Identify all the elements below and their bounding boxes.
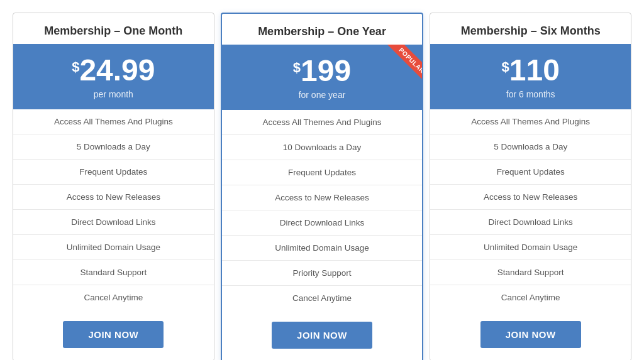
feature-item: Access All Themes And Plugins	[430, 109, 631, 134]
plan-price-one-year: $199	[228, 56, 416, 86]
feature-item: Unlimited Domain Usage	[430, 235, 631, 260]
plan-footer-one-month: JOIN NOW	[13, 310, 214, 360]
plan-header-one-month: $24.99per month	[13, 44, 214, 109]
feature-item: Priority Support	[222, 261, 423, 286]
feature-item: Cancel Anytime	[13, 285, 214, 310]
plan-period-one-month: per month	[19, 89, 208, 99]
plan-title-one-year: Membership – One Year	[222, 14, 423, 45]
feature-item: Frequent Updates	[222, 160, 423, 185]
feature-item: Frequent Updates	[13, 160, 214, 185]
plan-header-one-year: POPULAR$199for one year	[222, 45, 423, 110]
feature-item: Direct Download Links	[13, 210, 214, 235]
plan-features-one-year: Access All Themes And Plugins10 Download…	[222, 110, 423, 310]
feature-item: Cancel Anytime	[222, 286, 423, 310]
feature-item: Access to New Releases	[13, 185, 214, 210]
feature-item: Direct Download Links	[222, 210, 423, 236]
join-button-one-year[interactable]: JOIN NOW	[272, 322, 372, 349]
feature-item: Unlimited Domain Usage	[13, 235, 214, 260]
pricing-wrapper: Membership – One Month$24.99per monthAcc…	[13, 13, 631, 360]
feature-item: Unlimited Domain Usage	[222, 236, 423, 261]
plan-header-six-months: $110for 6 months	[430, 44, 631, 109]
join-button-one-month[interactable]: JOIN NOW	[63, 321, 164, 348]
plan-price-six-months: $110	[436, 55, 625, 85]
plan-features-six-months: Access All Themes And Plugins5 Downloads…	[430, 109, 631, 310]
feature-item: Access All Themes And Plugins	[13, 109, 214, 134]
plan-period-one-year: for one year	[228, 90, 416, 100]
plan-period-six-months: for 6 months	[436, 89, 625, 99]
plan-card-one-month: Membership – One Month$24.99per monthAcc…	[13, 13, 214, 360]
feature-item: Access to New Releases	[430, 185, 631, 210]
feature-item: Standard Support	[13, 260, 214, 285]
feature-item: Cancel Anytime	[430, 285, 631, 310]
feature-item: Standard Support	[430, 260, 631, 285]
plan-features-one-month: Access All Themes And Plugins5 Downloads…	[13, 109, 214, 310]
plan-footer-one-year: JOIN NOW	[222, 310, 423, 360]
plan-footer-six-months: JOIN NOW	[430, 310, 631, 360]
join-button-six-months[interactable]: JOIN NOW	[480, 321, 581, 348]
feature-item: 5 Downloads a Day	[13, 134, 214, 160]
plan-price-one-month: $24.99	[19, 55, 208, 85]
feature-item: Access All Themes And Plugins	[222, 110, 423, 135]
plan-card-six-months: Membership – Six Months$110for 6 monthsA…	[430, 13, 631, 360]
feature-item: 5 Downloads a Day	[430, 134, 631, 160]
plan-title-one-month: Membership – One Month	[13, 13, 214, 44]
plan-card-one-year: Membership – One YearPOPULAR$199for one …	[221, 13, 424, 360]
feature-item: 10 Downloads a Day	[222, 135, 423, 160]
feature-item: Access to New Releases	[222, 185, 423, 210]
plan-title-six-months: Membership – Six Months	[430, 13, 631, 44]
feature-item: Frequent Updates	[430, 160, 631, 185]
feature-item: Direct Download Links	[430, 210, 631, 235]
